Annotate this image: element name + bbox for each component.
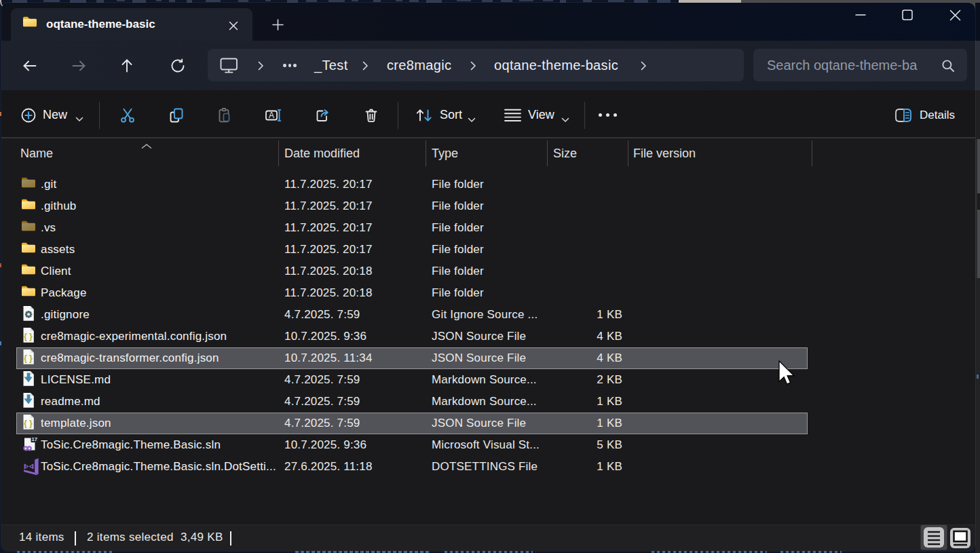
svg-text:A: A bbox=[269, 111, 274, 120]
svg-text:{ }: { } bbox=[24, 419, 33, 428]
svg-text:{ }: { } bbox=[24, 332, 33, 341]
svg-text:{ }: { } bbox=[24, 354, 33, 363]
svg-text:17: 17 bbox=[32, 436, 37, 442]
